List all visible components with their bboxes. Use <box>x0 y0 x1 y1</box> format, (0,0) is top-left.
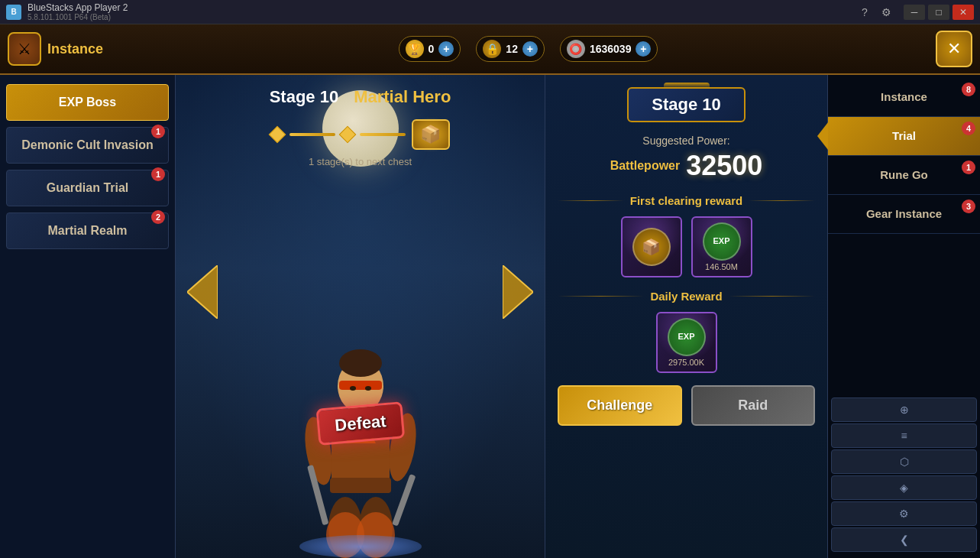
right-edge-icons: ⊕ ≡ ⬡ ◈ ⚙ ❮ <box>828 394 980 555</box>
instance-label: Instance <box>881 90 927 103</box>
edge-icon-1[interactable]: ⊕ <box>831 397 977 422</box>
sidebar-guardian-label: Guardian Trial <box>47 181 129 194</box>
far-right-sidebar: 8 Instance 4 Trial 1 Rune Go 3 Gear Inst… <box>827 75 980 558</box>
stage-header: Stage 10 Martial Hero <box>176 75 545 119</box>
progress-diamond-2 <box>338 126 356 144</box>
far-right-instance[interactable]: 8 Instance <box>828 78 980 117</box>
exp-reward-value: 146.50M <box>705 262 738 271</box>
edge-icon-5[interactable]: ⚙ <box>831 501 977 526</box>
app-version: 5.8.101.1001 P64 (Beta) <box>27 13 128 21</box>
daily-exp-value: 2975.00K <box>668 358 704 367</box>
nav-title: Instance <box>47 41 103 57</box>
svg-marker-0 <box>187 265 218 319</box>
title-bar-left: B BlueStacks App Player 2 5.8.101.1001 P… <box>6 2 128 21</box>
exp-reward-icon-inner: EXP <box>703 222 741 261</box>
daily-reward-item: EXP 2975.00K <box>656 312 717 373</box>
stage-area: Stage 10 Martial Hero 📦 1 stage(s) to ne… <box>176 75 545 558</box>
sidebar-expboss-label: EXP Boss <box>59 96 116 109</box>
minimize-button[interactable]: ─ <box>904 5 925 20</box>
silver-currency: ⭕ 1636039 + <box>560 36 658 62</box>
progress-line-2 <box>360 133 406 136</box>
battlepower-label: Battlepower <box>610 159 681 173</box>
svg-rect-8 <box>330 478 391 493</box>
edge-icon-4[interactable]: ◈ <box>831 475 977 500</box>
far-right-trial[interactable]: 4 Trial <box>828 117 980 156</box>
suggested-power-label: Suggested Power: <box>558 135 815 147</box>
top-nav: ⚔ Instance 🏆 0 + 🔒 12 + ⭕ 1636039 + ✕ <box>0 24 980 75</box>
daily-divider-right <box>729 296 815 297</box>
raid-button[interactable]: Raid <box>691 385 816 426</box>
add-chest-button[interactable]: + <box>522 41 538 57</box>
gold-icon: 🏆 <box>406 40 424 58</box>
gold-value: 0 <box>429 43 435 55</box>
runego-label: Rune Go <box>880 168 928 181</box>
app-name: BlueStacks App Player 2 <box>27 2 128 13</box>
close-instance-button[interactable]: ✕ <box>936 31 972 67</box>
platform-glow <box>299 535 422 558</box>
silver-value: 1636039 <box>590 43 632 55</box>
svg-rect-13 <box>339 381 382 390</box>
far-right-runego[interactable]: 1 Rune Go <box>828 156 980 195</box>
restore-button[interactable]: □ <box>928 5 949 20</box>
progress-diamond-1 <box>268 126 286 144</box>
panel-stage-badge: Stage 10 <box>627 87 746 122</box>
chest-value: 12 <box>506 43 518 55</box>
svg-point-14 <box>339 349 382 377</box>
action-buttons: Challenge Raid <box>558 385 815 426</box>
guardian-badge: 1 <box>151 167 165 181</box>
battlepower-row: Battlepower 32500 <box>558 150 815 182</box>
title-bar-icons: ? ⚙ <box>856 5 894 20</box>
exp-reward-item: EXP 146.50M <box>691 216 752 277</box>
edge-icon-6[interactable]: ❮ <box>831 527 977 552</box>
svg-marker-1 <box>503 265 533 319</box>
trial-badge: 4 <box>962 122 975 135</box>
title-bar-info: BlueStacks App Player 2 5.8.101.1001 P64… <box>27 2 128 21</box>
first-clearing-rewards: 📦 EXP 146.50M <box>558 216 815 277</box>
game-logo-icon: ⚔ <box>8 32 41 66</box>
gearinstance-label: Gear Instance <box>866 207 942 220</box>
instance-badge: 8 <box>962 83 975 96</box>
daily-reward-label: Daily Reward <box>650 290 722 303</box>
right-panel: Stage 10 Suggested Power: Battlepower 32… <box>545 75 827 558</box>
defeat-banner: Defeat <box>315 401 405 446</box>
nav-logo-area: ⚔ Instance <box>8 32 145 66</box>
sidebar-item-demonic[interactable]: 1 Demonic Cult Invasion <box>6 127 169 164</box>
divider-line-right <box>749 200 815 201</box>
edge-icon-3[interactable]: ⬡ <box>831 449 977 474</box>
first-clearing-label: First clearing reward <box>630 194 743 207</box>
character-area: Defeat <box>254 313 467 558</box>
main-content: EXP Boss 1 Demonic Cult Invasion 1 Guard… <box>0 75 980 558</box>
currency-bar: 🏆 0 + 🔒 12 + ⭕ 1636039 + <box>145 36 911 62</box>
close-window-button[interactable]: ✕ <box>953 5 974 20</box>
help-button[interactable]: ? <box>856 5 873 20</box>
edge-icon-2[interactable]: ≡ <box>831 423 977 448</box>
sidebar-item-expboss[interactable]: EXP Boss <box>6 84 169 121</box>
chest-reward-icon: 📦 <box>412 119 450 150</box>
progress-line <box>289 133 335 136</box>
first-clearing-divider: First clearing reward <box>558 194 815 207</box>
sidebar-item-martial[interactable]: 2 Martial Realm <box>6 212 169 249</box>
chest-reward-icon-inner: 📦 <box>632 228 671 266</box>
daily-exp-label: EXP <box>678 332 694 342</box>
settings-icon-button[interactable]: ⚙ <box>878 5 894 20</box>
daily-divider-left <box>558 296 644 297</box>
next-stage-button[interactable] <box>499 265 537 319</box>
trial-label: Trial <box>892 129 916 142</box>
add-gold-button[interactable]: + <box>438 41 454 57</box>
app-icon: B <box>6 5 21 20</box>
daily-exp-icon: EXP <box>668 318 706 356</box>
demonic-badge: 1 <box>151 125 165 138</box>
add-silver-button[interactable]: + <box>636 41 651 57</box>
progress-text: 1 stage(s) to next chest <box>176 156 545 167</box>
sidebar-martial-label: Martial Realm <box>47 224 127 237</box>
sidebar-item-guardian[interactable]: 1 Guardian Trial <box>6 170 169 206</box>
daily-reward-divider: Daily Reward <box>558 290 815 303</box>
nav-right: ✕ <box>911 31 972 67</box>
challenge-button[interactable]: Challenge <box>558 385 682 426</box>
silver-icon: ⭕ <box>567 40 585 58</box>
window-controls: ─ □ ✕ <box>904 5 974 20</box>
prev-stage-button[interactable] <box>183 265 222 319</box>
martial-badge: 2 <box>151 210 165 224</box>
far-right-gearinstance[interactable]: 3 Gear Instance <box>828 195 980 234</box>
stage-subtitle: Martial Hero <box>354 87 451 107</box>
